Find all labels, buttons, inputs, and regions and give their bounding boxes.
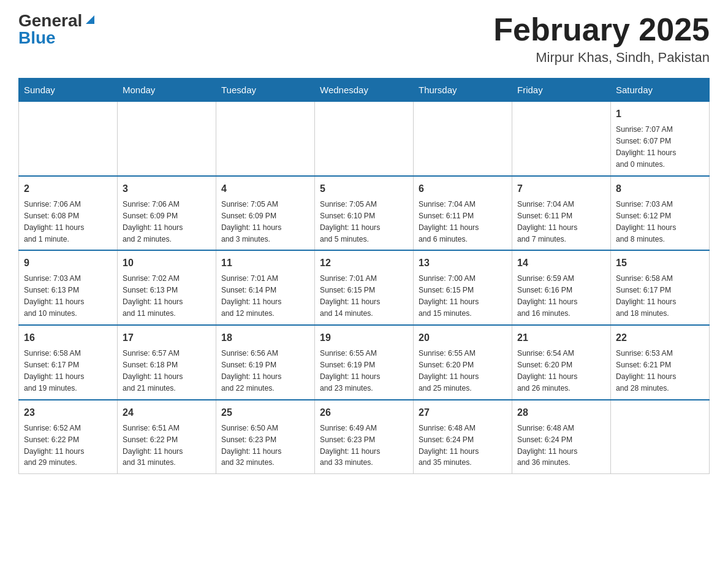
calendar-cell: 28Sunrise: 6:48 AMSunset: 6:24 PMDayligh… — [512, 400, 611, 474]
calendar-cell: 12Sunrise: 7:01 AMSunset: 6:15 PMDayligh… — [315, 250, 414, 325]
day-info: Sunrise: 7:01 AMSunset: 6:15 PMDaylight:… — [320, 273, 408, 320]
calendar-cell: 15Sunrise: 6:58 AMSunset: 6:17 PMDayligh… — [611, 250, 710, 325]
day-number: 3 — [123, 182, 211, 196]
day-number: 2 — [24, 182, 112, 196]
day-number: 11 — [221, 256, 309, 270]
day-info: Sunrise: 7:05 AMSunset: 6:09 PMDaylight:… — [221, 199, 309, 245]
day-info: Sunrise: 6:49 AMSunset: 6:23 PMDaylight:… — [320, 423, 408, 469]
day-info: Sunrise: 6:57 AMSunset: 6:18 PMDaylight:… — [123, 348, 211, 394]
day-number: 16 — [24, 331, 112, 345]
page-header: General Blue February 2025 Mirpur Khas, … — [18, 12, 710, 66]
day-info: Sunrise: 7:04 AMSunset: 6:11 PMDaylight:… — [517, 199, 605, 245]
calendar-cell: 16Sunrise: 6:58 AMSunset: 6:17 PMDayligh… — [19, 325, 118, 400]
calendar-cell: 14Sunrise: 6:59 AMSunset: 6:16 PMDayligh… — [512, 250, 611, 325]
day-number: 9 — [24, 256, 112, 270]
day-number: 1 — [616, 107, 704, 121]
calendar-cell — [512, 102, 611, 176]
day-info: Sunrise: 7:06 AMSunset: 6:08 PMDaylight:… — [24, 199, 112, 245]
day-info: Sunrise: 6:59 AMSunset: 6:16 PMDaylight:… — [517, 273, 605, 320]
header-wednesday: Wednesday — [315, 79, 414, 102]
day-number: 25 — [221, 405, 309, 420]
day-info: Sunrise: 6:58 AMSunset: 6:17 PMDaylight:… — [616, 273, 704, 320]
calendar-cell: 1Sunrise: 7:07 AMSunset: 6:07 PMDaylight… — [611, 102, 710, 176]
calendar-table: SundayMondayTuesdayWednesdayThursdayFrid… — [18, 78, 710, 474]
day-info: Sunrise: 6:50 AMSunset: 6:23 PMDaylight:… — [221, 423, 309, 469]
calendar-cell: 20Sunrise: 6:55 AMSunset: 6:20 PMDayligh… — [414, 325, 512, 400]
day-number: 4 — [221, 182, 309, 196]
calendar-cell — [414, 102, 512, 176]
day-info: Sunrise: 7:04 AMSunset: 6:11 PMDaylight:… — [419, 199, 507, 245]
day-number: 22 — [616, 331, 704, 345]
day-info: Sunrise: 7:03 AMSunset: 6:12 PMDaylight:… — [616, 199, 704, 245]
day-info: Sunrise: 7:05 AMSunset: 6:10 PMDaylight:… — [320, 199, 408, 245]
calendar-cell: 10Sunrise: 7:02 AMSunset: 6:13 PMDayligh… — [118, 250, 216, 325]
day-number: 20 — [419, 331, 507, 345]
day-number: 23 — [24, 405, 112, 420]
day-info: Sunrise: 6:54 AMSunset: 6:20 PMDaylight:… — [517, 348, 605, 394]
day-number: 28 — [517, 405, 605, 420]
header-tuesday: Tuesday — [216, 79, 315, 102]
day-number: 14 — [517, 256, 605, 270]
day-number: 13 — [419, 256, 507, 270]
calendar-cell: 2Sunrise: 7:06 AMSunset: 6:08 PMDaylight… — [19, 176, 118, 251]
header-friday: Friday — [512, 79, 611, 102]
calendar-cell: 4Sunrise: 7:05 AMSunset: 6:09 PMDaylight… — [216, 176, 315, 251]
calendar-cell: 17Sunrise: 6:57 AMSunset: 6:18 PMDayligh… — [118, 325, 216, 400]
calendar-cell: 3Sunrise: 7:06 AMSunset: 6:09 PMDaylight… — [118, 176, 216, 251]
month-title: February 2025 — [493, 12, 710, 47]
calendar-cell: 6Sunrise: 7:04 AMSunset: 6:11 PMDaylight… — [414, 176, 512, 251]
day-number: 6 — [419, 182, 507, 196]
calendar-cell: 25Sunrise: 6:50 AMSunset: 6:23 PMDayligh… — [216, 400, 315, 474]
day-number: 27 — [419, 405, 507, 420]
location-title: Mirpur Khas, Sindh, Pakistan — [493, 50, 710, 66]
calendar-cell: 22Sunrise: 6:53 AMSunset: 6:21 PMDayligh… — [611, 325, 710, 400]
calendar-cell: 13Sunrise: 7:00 AMSunset: 6:15 PMDayligh… — [414, 250, 512, 325]
calendar-cell — [118, 102, 216, 176]
day-info: Sunrise: 6:58 AMSunset: 6:17 PMDaylight:… — [24, 348, 112, 394]
calendar-cell: 19Sunrise: 6:55 AMSunset: 6:19 PMDayligh… — [315, 325, 414, 400]
calendar-cell: 24Sunrise: 6:51 AMSunset: 6:22 PMDayligh… — [118, 400, 216, 474]
calendar-week-1: 1Sunrise: 7:07 AMSunset: 6:07 PMDaylight… — [19, 102, 710, 176]
day-info: Sunrise: 7:06 AMSunset: 6:09 PMDaylight:… — [123, 199, 211, 245]
calendar-week-4: 16Sunrise: 6:58 AMSunset: 6:17 PMDayligh… — [19, 325, 710, 400]
logo-triangle-icon — [83, 13, 97, 26]
day-info: Sunrise: 7:07 AMSunset: 6:07 PMDaylight:… — [616, 124, 704, 170]
day-number: 12 — [320, 256, 408, 270]
day-number: 19 — [320, 331, 408, 345]
calendar-cell: 5Sunrise: 7:05 AMSunset: 6:10 PMDaylight… — [315, 176, 414, 251]
day-number: 24 — [123, 405, 211, 420]
day-number: 21 — [517, 331, 605, 345]
day-number: 5 — [320, 182, 408, 196]
day-info: Sunrise: 6:55 AMSunset: 6:19 PMDaylight:… — [320, 348, 408, 394]
day-info: Sunrise: 7:03 AMSunset: 6:13 PMDaylight:… — [24, 273, 112, 320]
day-info: Sunrise: 6:56 AMSunset: 6:19 PMDaylight:… — [221, 348, 309, 394]
calendar-cell: 21Sunrise: 6:54 AMSunset: 6:20 PMDayligh… — [512, 325, 611, 400]
day-info: Sunrise: 6:52 AMSunset: 6:22 PMDaylight:… — [24, 423, 112, 469]
calendar-cell: 18Sunrise: 6:56 AMSunset: 6:19 PMDayligh… — [216, 325, 315, 400]
header-monday: Monday — [118, 79, 216, 102]
calendar-week-2: 2Sunrise: 7:06 AMSunset: 6:08 PMDaylight… — [19, 176, 710, 251]
calendar-cell — [315, 102, 414, 176]
day-number: 8 — [616, 182, 704, 196]
day-info: Sunrise: 6:48 AMSunset: 6:24 PMDaylight:… — [517, 423, 605, 469]
header-sunday: Sunday — [19, 79, 118, 102]
logo-blue: Blue — [18, 29, 56, 47]
day-number: 15 — [616, 256, 704, 270]
day-info: Sunrise: 6:53 AMSunset: 6:21 PMDaylight:… — [616, 348, 704, 394]
calendar-header-row: SundayMondayTuesdayWednesdayThursdayFrid… — [19, 79, 710, 102]
header-thursday: Thursday — [414, 79, 512, 102]
calendar-cell — [19, 102, 118, 176]
calendar-cell: 27Sunrise: 6:48 AMSunset: 6:24 PMDayligh… — [414, 400, 512, 474]
day-info: Sunrise: 6:48 AMSunset: 6:24 PMDaylight:… — [419, 423, 507, 469]
day-info: Sunrise: 7:00 AMSunset: 6:15 PMDaylight:… — [419, 273, 507, 320]
calendar-cell — [611, 400, 710, 474]
logo: General Blue — [18, 12, 97, 47]
header-saturday: Saturday — [611, 79, 710, 102]
calendar-cell: 7Sunrise: 7:04 AMSunset: 6:11 PMDaylight… — [512, 176, 611, 251]
day-info: Sunrise: 7:01 AMSunset: 6:14 PMDaylight:… — [221, 273, 309, 320]
svg-marker-0 — [86, 15, 94, 24]
day-number: 10 — [123, 256, 211, 270]
calendar-cell: 11Sunrise: 7:01 AMSunset: 6:14 PMDayligh… — [216, 250, 315, 325]
calendar-cell: 26Sunrise: 6:49 AMSunset: 6:23 PMDayligh… — [315, 400, 414, 474]
calendar-cell: 9Sunrise: 7:03 AMSunset: 6:13 PMDaylight… — [19, 250, 118, 325]
